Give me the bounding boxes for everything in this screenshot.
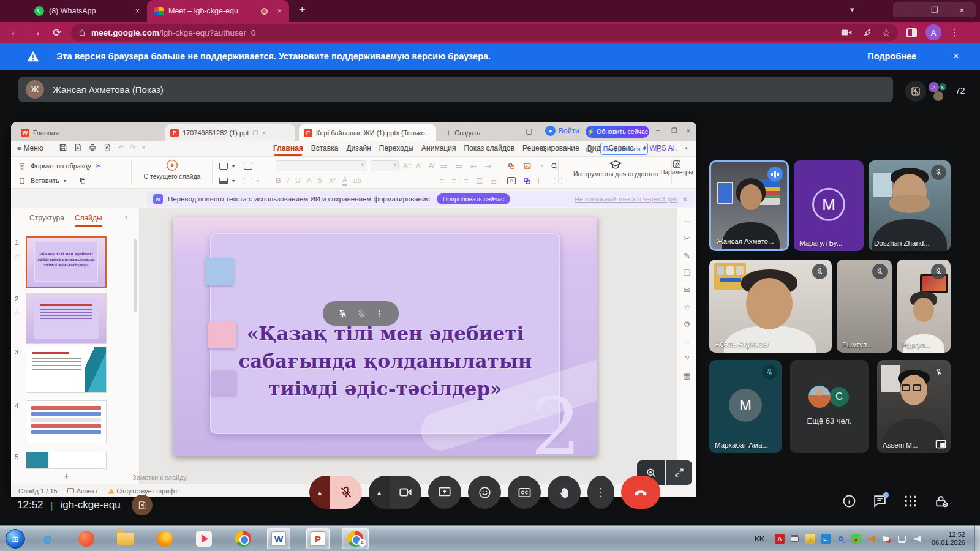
taskbar-powerpoint[interactable]: P xyxy=(306,528,330,549)
language-indicator[interactable]: KK xyxy=(755,535,764,542)
banner-close-icon[interactable]: × xyxy=(953,50,959,62)
tray-volume-icon[interactable] xyxy=(913,534,922,544)
fullscreen-button[interactable] xyxy=(666,460,692,485)
camera-in-use-icon[interactable] xyxy=(841,28,852,37)
export-icon[interactable] xyxy=(74,143,82,152)
font-family-select[interactable] xyxy=(276,160,366,171)
back-button[interactable]: ← xyxy=(5,26,26,39)
slide-notes-label[interactable]: Заметки к слайду xyxy=(132,474,187,481)
paste-label[interactable]: Вставить xyxy=(31,177,59,184)
decrease-font-icon[interactable]: A⁻ xyxy=(416,162,424,170)
justify-icon[interactable]: ☰ xyxy=(476,176,483,186)
tray-volume-mixer-icon[interactable] xyxy=(867,534,876,544)
italic-icon[interactable]: I xyxy=(287,176,289,185)
participant-tile-assem[interactable]: Assem M... xyxy=(877,360,951,453)
window-restore-button[interactable]: ❐ xyxy=(921,2,948,17)
collapse-ribbon-icon[interactable]: ▴ xyxy=(685,144,688,151)
bookmark-star-icon[interactable]: ☆ xyxy=(882,27,891,39)
upgrade-button[interactable]: ⚡Обновить сейчас xyxy=(586,126,649,138)
activities-grid-icon[interactable] xyxy=(903,493,918,509)
rail-pages-icon[interactable]: ❏ xyxy=(684,268,691,277)
color-fill-icon[interactable]: ◔ xyxy=(539,162,543,170)
rail-history-icon[interactable]: ◌ xyxy=(685,337,690,346)
wps-home-tab[interactable]: W Главная xyxy=(16,124,77,141)
participant-tile-overflow[interactable]: C Ещё 63 чел. xyxy=(790,360,869,453)
picture-icon[interactable] xyxy=(523,162,532,170)
star-icon[interactable]: ☆ xyxy=(13,309,20,317)
status-missing-font[interactable]: Отсутствует шрифт xyxy=(108,487,178,495)
slide-size-icon[interactable] xyxy=(538,178,546,184)
leave-room-button[interactable] xyxy=(132,495,153,515)
rail-collapse-icon[interactable]: ─ xyxy=(684,217,690,226)
more-tools-icon[interactable]: … xyxy=(670,144,677,152)
highlight-icon[interactable]: ab xyxy=(353,176,361,185)
collapse-panel-icon[interactable]: ‹ xyxy=(125,213,127,222)
font-color-icon[interactable]: A xyxy=(342,176,347,186)
align-right-icon[interactable]: ≡ xyxy=(464,176,469,186)
print-icon[interactable] xyxy=(88,143,97,152)
outdent-icon[interactable]: ⇤ xyxy=(470,162,477,171)
numbering-icon[interactable]: ≕ xyxy=(455,162,463,171)
doc-tab-1[interactable]: P 170749851282 (1).ppt ▢ × xyxy=(165,124,295,141)
wps-restore-button[interactable]: ❐ xyxy=(671,127,677,135)
wps-close-button[interactable]: × xyxy=(686,126,691,135)
undo-icon[interactable]: ↶ xyxy=(118,143,124,152)
participant-tile-nurgul[interactable]: Нургул... xyxy=(897,260,951,353)
menu-slideshow[interactable]: Показ слайдов xyxy=(464,144,514,152)
align-left-icon[interactable]: ≡ xyxy=(440,176,445,186)
tray-lingvo-icon[interactable]: L. xyxy=(821,534,831,544)
tray-update-icon[interactable]: ↓ xyxy=(805,534,815,544)
menu-transitions[interactable]: Переходы xyxy=(379,144,413,152)
menu-home[interactable]: Главная xyxy=(273,144,303,152)
shapes-icon[interactable] xyxy=(507,162,516,170)
tray-printer-icon[interactable] xyxy=(790,534,800,544)
ai-dismiss-link[interactable]: Не показывай мне это через 3 дня xyxy=(575,195,677,203)
search-icon[interactable] xyxy=(539,145,547,153)
mic-button-muted[interactable] xyxy=(330,476,362,509)
menu-animation[interactable]: Анимация xyxy=(421,144,456,152)
taskbar-browser2[interactable] xyxy=(75,528,98,549)
meeting-details-icon[interactable] xyxy=(842,493,857,509)
participant-tile-maragul[interactable]: M Марагул Бу... xyxy=(794,160,864,251)
window-minimize-button[interactable]: − xyxy=(893,2,921,17)
mute-participant-icon[interactable] xyxy=(356,309,367,319)
font-size-select[interactable] xyxy=(371,160,399,171)
taskbar-clock[interactable]: 12:52 06.01.2026 xyxy=(932,531,965,547)
reload-button[interactable]: ⟳ xyxy=(47,26,67,39)
tab-whatsapp[interactable]: (8) WhatsApp × xyxy=(27,0,147,22)
doc-preview-icon[interactable]: ▢ xyxy=(252,129,258,136)
forward-button[interactable]: → xyxy=(26,26,47,39)
slide-thumbnail-5[interactable] xyxy=(26,452,107,469)
slide-thumbnail-3[interactable] xyxy=(26,347,107,393)
taskbar-ie[interactable]: e xyxy=(36,528,59,549)
rail-help-icon[interactable]: ? xyxy=(685,354,689,363)
pin-toolbar-icon[interactable]: ▢ xyxy=(655,144,662,152)
new-doc-button[interactable]: + Создать xyxy=(441,124,485,141)
tab-search-chevron-icon[interactable]: ▾ xyxy=(850,5,854,14)
menu-design[interactable]: Дизайн xyxy=(346,144,371,152)
rail-star-icon[interactable]: ☆ xyxy=(684,302,691,312)
text-box-icon[interactable]: A xyxy=(507,177,516,184)
browser-menu-icon[interactable]: ⋮ xyxy=(950,27,960,38)
wps-minimize-button[interactable]: − xyxy=(655,126,660,135)
unpin-icon[interactable] xyxy=(337,309,348,319)
options-button[interactable]: Параметры xyxy=(659,159,695,176)
redo-icon[interactable]: ↷ xyxy=(130,143,136,152)
banner-details-link[interactable]: Подробнее xyxy=(867,51,916,61)
share-icon[interactable] xyxy=(862,28,872,37)
share-button[interactable]: Поделиться▾ xyxy=(600,143,648,155)
tray-pdf-icon[interactable]: A xyxy=(775,534,785,544)
participants-avatar-cluster[interactable]: A K xyxy=(929,82,952,102)
layout-unavailable-button[interactable] xyxy=(905,81,926,102)
mic-options-chevron[interactable]: ▴ xyxy=(309,476,330,509)
new-tab-button[interactable]: + xyxy=(299,4,306,17)
menu-insert[interactable]: Вставка xyxy=(311,144,339,152)
tray-key-icon[interactable] xyxy=(836,534,846,544)
doc-tab-2[interactable]: P Кері байланыс ЖИ (1).pptx (Только... xyxy=(299,124,436,141)
new-slide-icon[interactable] xyxy=(219,163,228,170)
window-close-button[interactable]: × xyxy=(948,2,976,17)
status-aspect[interactable]: Аспект xyxy=(67,487,98,495)
indent-icon[interactable]: ⇥ xyxy=(484,162,491,171)
rail-comment-icon[interactable]: ✉ xyxy=(684,285,690,294)
ai-banner-close-icon[interactable]: × xyxy=(682,195,687,204)
